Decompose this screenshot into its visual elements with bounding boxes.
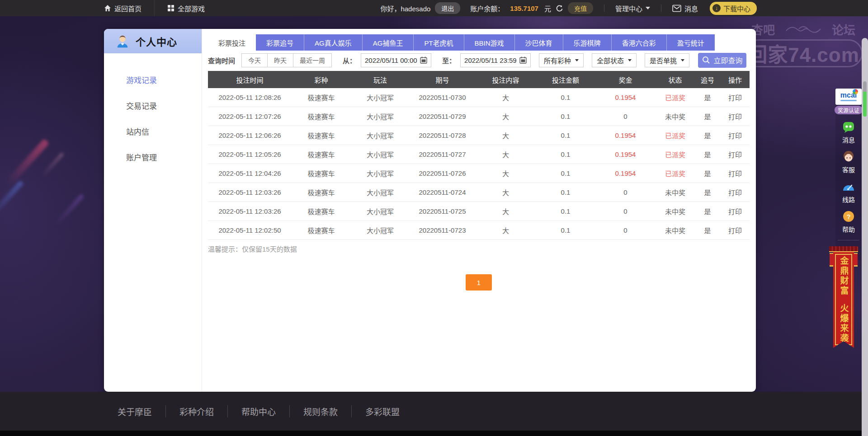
bet-time: 2022-05-11 12:02:50 [208, 226, 292, 234]
messages-link[interactable]: 消息 [672, 4, 698, 13]
footer-link[interactable]: 关于摩臣 [104, 405, 166, 417]
table-row: 2022-05-11 12:06:26 极速赛车 大小冠军 20220511-0… [208, 126, 750, 145]
admin-center-label: 管理中心 [615, 4, 642, 13]
chase-flag: 是 [694, 169, 721, 178]
play-type: 大小冠军 [351, 93, 410, 102]
tab[interactable]: 香港六合彩 [611, 34, 666, 51]
footer-link[interactable]: 帮助中心 [228, 405, 290, 417]
issue-number: 20220511-0726 [410, 169, 475, 177]
banner-line1: 金鼎财富 [838, 256, 850, 296]
sidebar-item[interactable]: 交易记录 [104, 94, 202, 119]
print-link[interactable]: 打印 [721, 131, 750, 140]
float-item-messages[interactable]: 消息 [842, 120, 855, 144]
filter-select[interactable]: 是否单挑 [645, 53, 689, 67]
sidebar-item[interactable]: 游戏记录 [104, 68, 202, 94]
print-link[interactable]: 打印 [721, 206, 750, 216]
chevron-down-icon [575, 59, 579, 61]
print-link[interactable]: 打印 [721, 188, 750, 197]
scrollbar-track[interactable] [862, 38, 868, 436]
refresh-icon[interactable] [556, 5, 563, 12]
page-button[interactable]: 1 [466, 274, 492, 291]
support-face-icon [842, 150, 855, 164]
bet-content: 大 [475, 131, 536, 140]
footer: 关于摩臣 彩种介绍 帮助中心 规则条款 多彩联盟 [0, 392, 868, 431]
bet-time: 2022-05-11 12:06:26 [208, 131, 292, 139]
calendar-icon[interactable] [519, 56, 527, 64]
status-badge: 已派奖 [656, 150, 694, 159]
tab[interactable]: 盈亏统计 [666, 34, 715, 51]
recharge-button[interactable]: 充值 [568, 2, 593, 14]
scrollbar-thumb[interactable] [863, 81, 867, 117]
tab[interactable]: AG真人娱乐 [304, 34, 362, 51]
sidebar-item[interactable]: 账户管理 [104, 145, 202, 171]
bet-amount: 0.1 [536, 94, 595, 101]
float-item-lines[interactable]: 线路 [842, 180, 855, 204]
print-link[interactable]: 打印 [721, 93, 750, 102]
table-body: 2022-05-11 12:08:26 极速赛车 大小冠军 20220511-0… [208, 88, 750, 240]
quick-range-button[interactable]: 最近一周 [293, 53, 332, 67]
tab[interactable]: 彩票投注 [208, 34, 256, 51]
print-link[interactable]: 打印 [721, 112, 750, 121]
chase-flag: 是 [694, 188, 721, 197]
col-header: 奖金 [595, 75, 656, 84]
filter-select-value: 全部状态 [597, 56, 624, 65]
filter-select[interactable]: 所有彩种 [539, 53, 584, 67]
sidebar-item[interactable]: 站内信 [104, 119, 202, 145]
quick-range-button[interactable]: 今天 [241, 53, 268, 67]
print-link[interactable]: 打印 [721, 169, 750, 178]
issue-number: 20220511-0729 [410, 113, 475, 120]
float-item-support[interactable]: 客服 [842, 150, 855, 174]
play-type: 大小冠军 [351, 188, 410, 197]
quick-range-button[interactable]: 昨天 [267, 53, 293, 67]
divider [661, 5, 661, 12]
status-badge: 已派奖 [656, 169, 694, 178]
prize-amount: 0.1954 [595, 131, 656, 139]
download-icon: ↓ [712, 4, 721, 12]
banner-ribbon: 金鼎财富 火爆来袭 [833, 252, 854, 348]
home-label: 返回首页 [114, 4, 142, 13]
all-games-link[interactable]: 全部游戏 [167, 4, 205, 13]
cert-badge[interactable]: 奖源认证 [835, 106, 863, 114]
prize-amount: 0.1954 [595, 150, 656, 158]
table-row: 2022-05-11 12:08:26 极速赛车 大小冠军 20220511-0… [208, 88, 750, 107]
pinwheel-icon [853, 89, 858, 94]
mcai-cert-logo[interactable]: mcai [835, 89, 862, 105]
chase-flag: 是 [694, 93, 721, 102]
prize-amount: 0.1954 [595, 169, 656, 177]
footer-link[interactable]: 彩种介绍 [166, 405, 228, 417]
admin-center-menu[interactable]: 管理中心 [615, 4, 650, 13]
tab[interactable]: BBIN游戏 [464, 34, 514, 51]
svg-text:?: ? [846, 213, 850, 220]
date-to-input[interactable] [464, 56, 517, 64]
float-item-help[interactable]: ? 帮助 [842, 210, 855, 234]
filter-select[interactable]: 全部状态 [592, 53, 637, 67]
from-label: 从： [343, 56, 356, 65]
print-link[interactable]: 打印 [721, 225, 750, 235]
all-games-label: 全部游戏 [178, 4, 205, 13]
tab[interactable]: 沙巴体育 [514, 34, 563, 51]
tab[interactable]: 彩票追号 [256, 34, 304, 51]
print-link[interactable]: 打印 [721, 150, 750, 159]
chevron-down-icon [681, 59, 684, 61]
play-type: 大小冠军 [351, 169, 410, 178]
promo-banner[interactable]: 金鼎财富 火爆来袭 [829, 246, 858, 348]
query-button[interactable]: 立即查询 [698, 53, 746, 68]
bet-content: 大 [475, 93, 536, 102]
logout-button[interactable]: 退出 [435, 2, 460, 14]
download-center-button[interactable]: ↓ 下载中心 [710, 2, 757, 15]
footer-link[interactable]: 规则条款 [290, 405, 352, 417]
date-from-input[interactable] [365, 56, 417, 64]
background-streak [0, 180, 24, 220]
watermark-right-text: 论坛 [832, 21, 855, 38]
tab[interactable]: AG捕鱼王 [362, 34, 414, 51]
main-card: 个人中心 游戏记录 交易记录 站内信 账户管理 彩票投注 彩票追号 AG真人娱乐 [104, 29, 756, 392]
tab[interactable]: PT老虎机 [413, 34, 463, 51]
lottery-type: 极速赛车 [292, 188, 351, 197]
gauge-icon [842, 180, 855, 193]
footer-link[interactable]: 多彩联盟 [352, 405, 413, 417]
tab[interactable]: 乐游棋牌 [563, 34, 611, 51]
chevron-down-icon [646, 7, 650, 9]
bet-content: 大 [475, 112, 536, 121]
calendar-icon[interactable] [420, 56, 427, 64]
home-link[interactable]: 返回首页 [104, 4, 142, 13]
